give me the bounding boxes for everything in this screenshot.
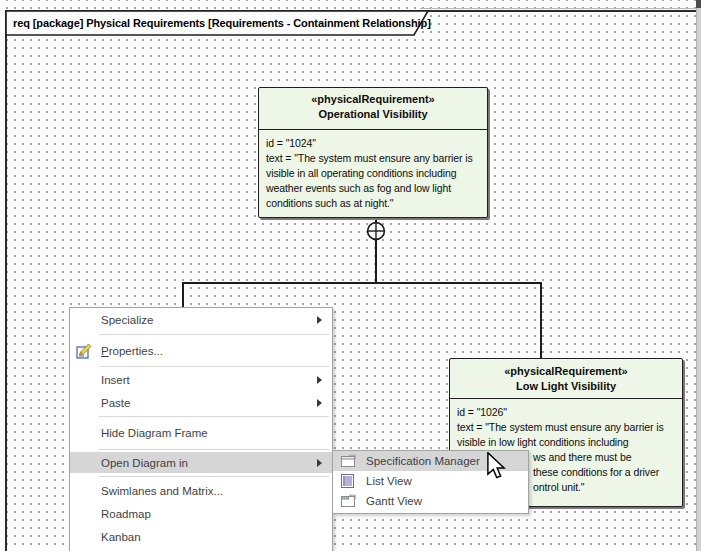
mouse-arrow-cursor (486, 452, 506, 480)
gantt-window-icon (341, 495, 356, 508)
circle-plus-containment-icon (366, 221, 386, 241)
properties-icon (76, 342, 93, 359)
requirement-header: «physicalRequirement» Operational Visibi… (259, 88, 487, 130)
requirement-text-line: id = "1026" (457, 405, 682, 420)
submenu-item-label: Gantt View (366, 495, 422, 507)
submenu-item-gantt-view[interactable]: Gantt View (333, 491, 528, 511)
menu-item-roadmap[interactable]: Roadmap (70, 502, 332, 525)
window-icon (341, 455, 356, 468)
menu-item-label: Kanban (101, 531, 141, 543)
requirement-text-line: conditions such as at night." (266, 196, 487, 211)
connector-line (540, 282, 542, 359)
menu-item-label: Properties... (101, 345, 163, 357)
menu-item-insert[interactable]: Insert (70, 369, 332, 391)
requirement-operational-visibility[interactable]: «physicalRequirement» Operational Visibi… (258, 87, 488, 218)
submenu-right-arrow-icon (317, 376, 322, 384)
requirement-text-line: weather events such as fog and low light (266, 181, 487, 196)
menu-separator (99, 334, 329, 335)
menu-item-specialize[interactable]: Specialize (70, 308, 332, 332)
diagram-frame-title: req [package] Physical Requirements [Req… (13, 11, 431, 35)
submenu-right-arrow-icon (317, 399, 322, 407)
connector-line (182, 282, 542, 284)
requirement-name: Low Light Visibility (450, 379, 682, 394)
diagram-canvas[interactable]: req [package] Physical Requirements [Req… (0, 0, 701, 551)
menu-item-label: Paste (101, 397, 130, 409)
menu-item-open-diagram-in[interactable]: Open Diagram in (70, 452, 332, 473)
menu-item-label: Hide Diagram Frame (101, 427, 208, 439)
menu-item-label: Swimlanes and Matrix... (101, 485, 223, 497)
requirement-name: Operational Visibility (259, 107, 487, 122)
requirement-body: id = "1024" text = "The system must ensu… (259, 130, 487, 211)
requirement-text-line: visible in all operating conditions incl… (266, 166, 487, 181)
menu-separator (99, 449, 329, 450)
frame-outer-hairline (420, 8, 701, 9)
menu-item-properties[interactable]: Properties... (70, 337, 332, 364)
requirement-text-line: id = "1024" (266, 136, 487, 151)
context-menu: Specialize Properties... Insert Paste Hi… (69, 307, 333, 551)
requirement-text-line: text = "The system must ensure any barri… (266, 151, 487, 166)
connector-line (375, 239, 377, 284)
menu-item-label: Insert (101, 374, 130, 386)
requirement-header: «physicalRequirement» Low Light Visibili… (450, 359, 682, 399)
submenu-item-label: Specification Manager (366, 455, 480, 467)
menu-item-hide-diagram-frame[interactable]: Hide Diagram Frame (70, 419, 332, 447)
menu-item-kanban[interactable]: Kanban (70, 525, 332, 548)
submenu-item-label: List View (366, 475, 412, 487)
menu-separator (99, 476, 329, 477)
diagram-frame-left-border (5, 10, 7, 551)
submenu-right-arrow-icon (317, 459, 322, 467)
menu-item-swimlanes-and-matrix[interactable]: Swimlanes and Matrix... (70, 479, 332, 502)
menu-item-paste[interactable]: Paste (70, 391, 332, 414)
submenu-right-arrow-icon (317, 316, 322, 324)
requirement-text-line: text = "The system must ensure any barri… (457, 420, 682, 435)
stereotype-label: «physicalRequirement» (259, 92, 487, 107)
menu-item-label: Open Diagram in (101, 457, 188, 469)
menu-separator (99, 366, 329, 367)
stereotype-label: «physicalRequirement» (450, 364, 682, 379)
list-icon (341, 474, 354, 488)
menu-separator (99, 416, 329, 417)
vertical-scrollbar[interactable] (696, 0, 701, 551)
menu-item-label: Specialize (101, 314, 153, 326)
connector-line (182, 282, 184, 308)
requirement-text-line: visible in low light conditions includin… (457, 435, 682, 450)
scrollbar-top-cap (696, 0, 701, 8)
menu-item-label: Roadmap (101, 508, 151, 520)
